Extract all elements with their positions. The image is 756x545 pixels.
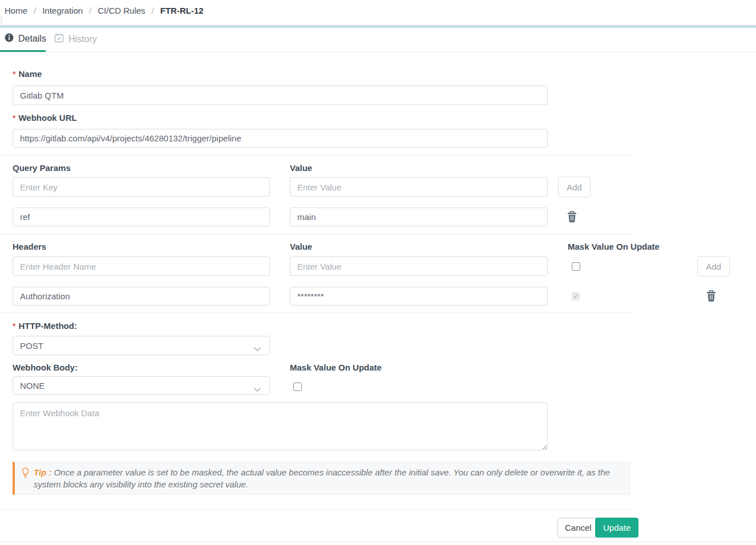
body-mask-label: Mask Value On Update bbox=[290, 363, 382, 372]
webhook-body-value: NONE bbox=[20, 381, 45, 391]
header-mask-checkbox[interactable] bbox=[572, 262, 580, 271]
tab-history[interactable]: History bbox=[54, 33, 97, 45]
query-param-delete-button[interactable] bbox=[567, 211, 577, 225]
http-method-select[interactable]: POST bbox=[13, 336, 270, 355]
query-params-label: Query Params bbox=[13, 163, 71, 173]
header-delete-button[interactable] bbox=[706, 290, 717, 304]
calendar-icon bbox=[54, 33, 64, 45]
tip-text: Tip :Once a parameter value is set to be… bbox=[34, 466, 622, 490]
section-divider bbox=[0, 234, 632, 234]
tip-callout: Tip :Once a parameter value is set to be… bbox=[13, 462, 630, 495]
breadcrumb-integration[interactable]: Integration bbox=[42, 6, 83, 15]
lightbulb-icon bbox=[22, 467, 29, 479]
header-add-button[interactable]: Add bbox=[697, 256, 730, 276]
breadcrumb-cicd-rules[interactable]: CI/CD Rules bbox=[98, 6, 145, 15]
breadcrumb-current-rule: FTR-RL-12 bbox=[160, 6, 204, 15]
tabbar-bottom-border bbox=[0, 52, 756, 52]
headers-label: Headers bbox=[13, 242, 46, 251]
chevron-down-icon bbox=[253, 344, 261, 353]
required-marker: * bbox=[13, 113, 15, 123]
header-value-masked[interactable] bbox=[290, 287, 548, 306]
header-row-mask-checkbox bbox=[572, 292, 580, 300]
query-param-key-ref[interactable] bbox=[13, 208, 270, 226]
query-param-value-input[interactable] bbox=[290, 177, 548, 197]
breadcrumb-home[interactable]: Home bbox=[5, 6, 27, 15]
breadcrumb: Home / Integration / CI/CD Rules / FTR-R… bbox=[5, 6, 204, 15]
query-params-value-label: Value bbox=[290, 163, 312, 173]
headers-value-label: Value bbox=[290, 242, 312, 251]
query-param-key-input[interactable] bbox=[13, 177, 270, 197]
tip-label: Tip : bbox=[34, 467, 51, 477]
body-mask-checkbox[interactable] bbox=[293, 383, 302, 391]
name-input[interactable] bbox=[13, 86, 548, 105]
breadcrumb-separator: / bbox=[34, 6, 36, 15]
http-method-label: *HTTP-Method: bbox=[13, 321, 77, 331]
update-button[interactable]: Update bbox=[595, 518, 638, 538]
trash-icon bbox=[706, 295, 717, 304]
section-divider bbox=[0, 155, 632, 156]
webhook-body-label: Webhook Body: bbox=[13, 363, 78, 372]
tab-details[interactable]: Details bbox=[5, 33, 46, 44]
header-value-input[interactable] bbox=[290, 257, 548, 276]
header-name-input[interactable] bbox=[13, 257, 270, 276]
info-icon bbox=[5, 33, 14, 44]
breadcrumb-separator: / bbox=[89, 6, 91, 15]
tab-details-label: Details bbox=[18, 34, 46, 44]
cancel-button[interactable]: Cancel bbox=[557, 518, 599, 538]
required-marker: * bbox=[13, 70, 15, 79]
query-param-value-main[interactable] bbox=[290, 208, 548, 226]
webhook-body-select[interactable]: NONE bbox=[13, 376, 270, 395]
required-marker: * bbox=[13, 322, 15, 331]
header-divider-bar bbox=[0, 25, 756, 28]
header-name-authorization[interactable] bbox=[13, 287, 270, 306]
section-divider bbox=[0, 312, 632, 313]
webhook-url-label: *Webhook URL bbox=[13, 113, 77, 123]
chevron-down-icon bbox=[253, 384, 261, 394]
breadcrumb-separator: / bbox=[152, 6, 154, 15]
headers-mask-label: Mask Value On Update bbox=[568, 242, 660, 251]
name-label: *Name bbox=[13, 69, 42, 79]
webhook-data-textarea[interactable] bbox=[13, 402, 548, 450]
http-method-value: POST bbox=[20, 341, 43, 351]
trash-icon bbox=[567, 216, 577, 225]
footer-divider bbox=[0, 509, 634, 510]
page-bottom-divider bbox=[0, 542, 756, 542]
query-param-add-button[interactable]: Add bbox=[558, 177, 591, 197]
tab-history-label: History bbox=[68, 34, 97, 44]
webhook-url-input[interactable] bbox=[13, 129, 548, 148]
